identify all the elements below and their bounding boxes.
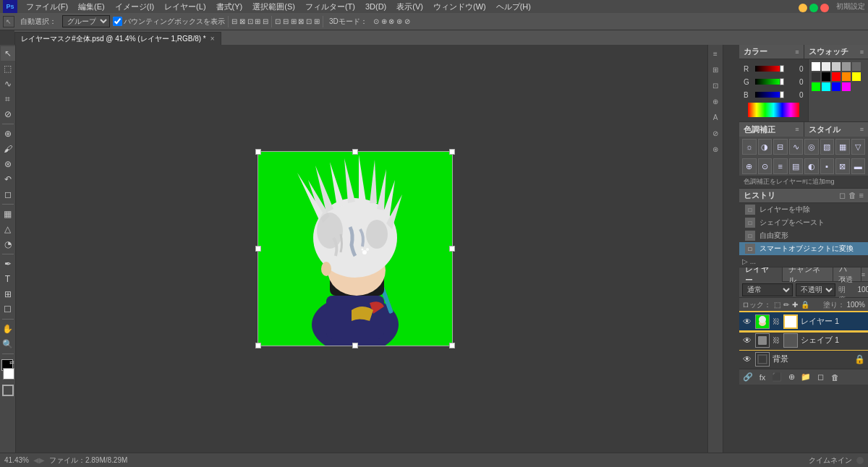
swatch-green[interactable] <box>812 82 820 91</box>
menu-help[interactable]: ヘルプ(H) <box>492 1 535 13</box>
tool-hand[interactable]: ✋ <box>1 322 15 336</box>
icon-btn-3[interactable]: ⊡ <box>708 78 723 93</box>
tool-move[interactable]: ↖ <box>1 46 15 61</box>
icon-btn-6[interactable]: ⊘ <box>708 126 723 140</box>
adj-btn-bw[interactable]: ⊕ <box>742 158 757 174</box>
layers-delete-btn[interactable]: 🗑 <box>829 372 841 383</box>
tool-pen[interactable]: ✒ <box>1 257 15 271</box>
tool-heal[interactable]: ⊕ <box>1 127 15 141</box>
menu-format[interactable]: 書式(Y) <box>212 1 247 13</box>
tool-dodge[interactable]: ◔ <box>1 237 15 252</box>
background-color[interactable] <box>3 368 14 380</box>
layer-item-2[interactable]: 👁 背景 🔒 <box>739 350 868 369</box>
history-item-0[interactable]: □ レイヤーを中除 <box>739 203 868 216</box>
tool-history-brush[interactable]: ↶ <box>1 172 15 187</box>
tool-path[interactable]: ⊞ <box>1 287 15 301</box>
swatch-cyan[interactable] <box>822 82 830 91</box>
tool-lasso[interactable]: ∿ <box>1 77 15 91</box>
adj-btn-photo[interactable]: ⊙ <box>758 158 773 174</box>
document-tab[interactable]: レイヤーマスク#全体.psd @ 41.4% (レイヤー 1,RGB/8) * … <box>14 32 221 45</box>
tool-blur[interactable]: △ <box>1 222 15 236</box>
lock-all[interactable]: 🔒 <box>801 301 809 309</box>
minimize-btn[interactable] <box>799 4 807 12</box>
layers-group-btn[interactable]: 📁 <box>800 372 812 383</box>
layers-fx-btn[interactable]: fx <box>757 372 768 383</box>
swatch-gray1[interactable] <box>832 62 841 71</box>
bounding-box-checkbox-label[interactable]: バウンティングボックスを表示 <box>113 17 225 27</box>
menu-layer[interactable]: レイヤー(L) <box>160 1 210 13</box>
adj-btn-colorlookup[interactable]: ▤ <box>789 158 804 174</box>
menu-3d[interactable]: 3D(D) <box>361 1 391 12</box>
tool-text[interactable]: T <box>1 272 15 286</box>
tool-brush[interactable]: 🖌 <box>1 142 15 156</box>
adj-btn-curves[interactable]: ∿ <box>789 139 804 155</box>
style-panel-menu[interactable]: ≡ <box>860 126 864 133</box>
history-header[interactable]: ヒストリ ◻ 🗑 ≡ <box>739 189 868 203</box>
swatch-darkgray[interactable] <box>812 72 820 81</box>
history-item-2[interactable]: □ 自由変形 <box>739 229 868 242</box>
tool-zoom[interactable]: 🔍 <box>1 337 15 351</box>
bounding-box-checkbox[interactable] <box>113 17 122 26</box>
adj-btn-posterize[interactable]: ▪ <box>820 158 835 174</box>
close-btn[interactable] <box>820 4 829 12</box>
adj-btn-brightness[interactable]: ☼ <box>742 139 757 155</box>
menu-view[interactable]: 表示(V) <box>392 1 427 13</box>
menu-filter[interactable]: フィルター(T) <box>301 1 359 13</box>
layer-item-1[interactable]: 👁 ⛓ シェイブ 1 <box>739 331 868 350</box>
adj-btn-invert[interactable]: ◐ <box>804 158 819 174</box>
adj-btn-vibrance[interactable]: ▧ <box>820 139 835 155</box>
tool-selection[interactable]: ⬚ <box>1 61 15 76</box>
tool-gradient[interactable]: ▦ <box>1 207 15 221</box>
blend-mode-select[interactable]: 通常 乗算 スクリーン <box>742 283 793 296</box>
history-expand-icon[interactable]: ▷ ... <box>742 257 756 265</box>
adj-btn-channelmixer[interactable]: ≡ <box>773 158 788 174</box>
layers-link-btn[interactable]: 🔗 <box>742 372 754 383</box>
layers-adj-btn[interactable]: ⊕ <box>786 372 797 383</box>
swatches-panel-menu[interactable]: ≡ <box>860 48 864 56</box>
menu-file[interactable]: ファイル(F) <box>22 1 72 13</box>
swatch-magenta[interactable] <box>842 82 851 91</box>
g-thumb[interactable] <box>780 78 784 85</box>
tool-eyedropper[interactable]: ⊘ <box>1 107 15 121</box>
quick-mask-icon[interactable] <box>2 385 14 396</box>
icon-btn-1[interactable]: ≡ <box>708 46 723 61</box>
layers-mask-btn[interactable]: ⬛ <box>771 372 783 383</box>
menu-select[interactable]: 選択範囲(S) <box>248 1 299 13</box>
swatch-lightgray[interactable] <box>822 62 830 71</box>
swatch-black[interactable] <box>822 72 830 81</box>
auto-select-dropdown[interactable]: グループ レイヤー <box>62 15 110 27</box>
close-tab-icon[interactable]: × <box>210 35 215 43</box>
history-item-3[interactable]: □ スマートオブジェクトに変換 <box>739 242 868 255</box>
layer-item-0[interactable]: 👁 ⛓ レイヤー 1 <box>739 312 868 331</box>
layer-1-visibility[interactable]: 👁 <box>742 335 752 346</box>
adj-panel-menu[interactable]: ≡ <box>795 126 799 133</box>
mode-select[interactable]: 不透明度 <box>796 283 835 296</box>
icon-btn-7[interactable]: ⊛ <box>708 142 723 156</box>
adj-btn-contrast[interactable]: ◑ <box>758 139 773 155</box>
history-new-btn[interactable]: ◻ <box>839 191 846 200</box>
icon-btn-2[interactable]: ⊞ <box>708 62 723 77</box>
adj-btn-gradient-map[interactable]: ▬ <box>851 158 866 174</box>
fg-bg-colors[interactable]: ⇄ <box>0 359 16 380</box>
menu-window[interactable]: ウィンドウ(W) <box>429 1 490 13</box>
adj-btn-threshold[interactable]: ⊠ <box>835 158 850 174</box>
swatch-orange[interactable] <box>842 72 851 81</box>
swatch-blue[interactable] <box>832 82 841 91</box>
swatch-gray2[interactable] <box>842 62 851 71</box>
color-panel-menu[interactable]: ≡ <box>795 48 799 56</box>
lock-image[interactable]: ✏ <box>783 301 789 309</box>
menu-edit[interactable]: 編集(E) <box>74 1 109 13</box>
icon-btn-5[interactable]: A <box>708 110 723 124</box>
tool-eraser[interactable]: ◻ <box>1 187 15 202</box>
adj-btn-colorbalance[interactable]: ▽ <box>851 139 866 155</box>
r-slider[interactable] <box>755 66 780 72</box>
swatch-white[interactable] <box>812 62 820 71</box>
lock-transparent[interactable]: ⬚ <box>774 301 780 309</box>
layers-new-btn[interactable]: ◻ <box>814 372 826 383</box>
r-thumb[interactable] <box>780 65 784 72</box>
maximize-btn[interactable] <box>809 4 818 12</box>
layer-2-visibility[interactable]: 👁 <box>742 354 752 364</box>
menu-image[interactable]: イメージ(I) <box>111 1 158 13</box>
tab-layers[interactable]: レイヤー <box>739 267 783 282</box>
adj-btn-hsl[interactable]: ▦ <box>835 139 850 155</box>
